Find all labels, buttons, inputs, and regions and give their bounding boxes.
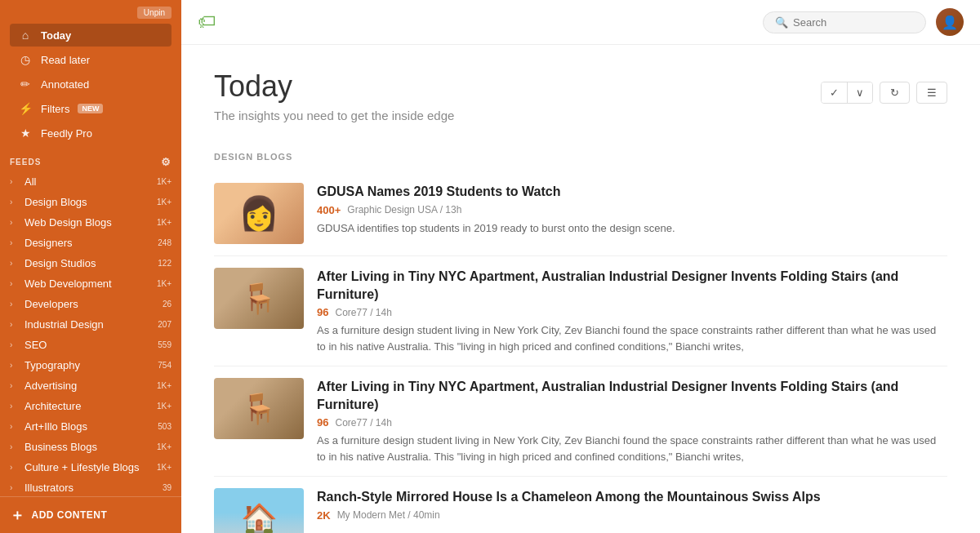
- article-source: Graphic Design USA / 13h: [347, 204, 461, 215]
- list-view-button[interactable]: ☰: [916, 82, 947, 104]
- check-button[interactable]: ✓: [822, 82, 848, 103]
- article-score: 96: [317, 306, 328, 318]
- chevron-icon: ›: [10, 361, 20, 370]
- chevron-icon: ›: [10, 238, 20, 247]
- sidebar-item-design-blogs[interactable]: › Design Blogs 1K+: [3, 192, 178, 212]
- gear-icon[interactable]: ⚙: [161, 156, 172, 168]
- feed-count: 1K+: [157, 381, 172, 390]
- sidebar-item-architecture[interactable]: › Architecture 1K+: [3, 396, 178, 416]
- chevron-icon: ›: [10, 259, 20, 268]
- sidebar-item-web-development[interactable]: › Web Development 1K+: [3, 273, 178, 294]
- article-item[interactable]: 🏠 Ranch-Style Mirrored House Is a Chamel…: [214, 477, 947, 533]
- feed-count: 26: [163, 300, 172, 309]
- article-source: Core77 / 14h: [335, 307, 391, 318]
- feed-count: 248: [158, 238, 172, 247]
- article-item[interactable]: 🪑 After Living in Tiny NYC Apartment, Au…: [214, 366, 947, 477]
- sidebar-item-business-blogs[interactable]: › Business Blogs 1K+: [3, 437, 178, 457]
- sidebar-item-advertising[interactable]: › Advertising 1K+: [3, 375, 178, 396]
- clock-icon: ◷: [18, 53, 33, 66]
- feed-name: Designers: [24, 237, 153, 249]
- chevron-button[interactable]: ∨: [848, 82, 872, 103]
- sidebar-item-feedly-pro-label: Feedly Pro: [41, 127, 92, 140]
- feed-name: Business Blogs: [24, 441, 152, 453]
- feed-count: 559: [158, 340, 172, 349]
- feed-count: 1K+: [157, 402, 172, 411]
- article-body: Ranch-Style Mirrored House Is a Chameleo…: [317, 488, 947, 526]
- feed-name: Culture + Lifestyle Blogs: [24, 461, 152, 473]
- feed-count: 1K+: [157, 279, 172, 288]
- pencil-icon: ✏: [18, 78, 33, 91]
- sidebar-item-all[interactable]: › All 1K+: [3, 171, 178, 192]
- filters-new-badge: NEW: [78, 104, 103, 113]
- feed-name: Design Studios: [24, 257, 153, 269]
- lightning-icon: ⚡: [18, 102, 33, 115]
- sidebar-item-annotated-label: Annotated: [41, 78, 89, 91]
- article-excerpt: GDUSA identifies top students in 2019 re…: [317, 220, 947, 237]
- chevron-icon: ›: [10, 300, 20, 309]
- feeds-header: FEEDS ⚙: [0, 149, 181, 171]
- main-content: 🏷 🔍 👤 Today The insights you need to get…: [181, 0, 980, 533]
- article-body: GDUSA Names 2019 Students to Watch 400+ …: [317, 183, 947, 236]
- chevron-icon: ›: [10, 442, 20, 451]
- sidebar-item-annotated[interactable]: ✏ Annotated: [10, 73, 172, 95]
- chevron-icon: ›: [10, 320, 20, 329]
- sidebar-item-industrial-design[interactable]: › Industrial Design 207: [3, 314, 178, 335]
- section-label: DESIGN BLOGS: [214, 145, 947, 162]
- article-item[interactable]: 🪑 After Living in Tiny NYC Apartment, Au…: [214, 256, 947, 366]
- sidebar-top: Unpin ⌂ Today ◷ Read later ✏ Annotated ⚡…: [0, 0, 181, 149]
- article-meta: 400+ Graphic Design USA / 13h: [317, 204, 947, 216]
- chevron-icon: ›: [10, 340, 20, 349]
- star-icon: ★: [18, 127, 33, 140]
- sidebar-item-typography[interactable]: › Typography 754: [3, 355, 178, 375]
- article-title: After Living in Tiny NYC Apartment, Aust…: [317, 378, 947, 413]
- article-title: Ranch-Style Mirrored House Is a Chameleo…: [317, 488, 947, 506]
- unpin-button[interactable]: Unpin: [137, 7, 172, 19]
- search-input[interactable]: [793, 16, 907, 29]
- search-icon: 🔍: [775, 16, 788, 29]
- avatar[interactable]: 👤: [936, 8, 964, 36]
- sidebar-item-read-later[interactable]: ◷ Read later: [10, 48, 172, 71]
- sidebar-item-web-design-blogs[interactable]: › Web Design Blogs 1K+: [3, 212, 178, 233]
- chevron-icon: ›: [10, 177, 20, 186]
- article-list: 👩 GDUSA Names 2019 Students to Watch 400…: [214, 171, 947, 533]
- sidebar-item-today-label: Today: [41, 29, 71, 42]
- sidebar-item-illustrators[interactable]: › Illustrators 39: [3, 477, 178, 496]
- article-score: 400+: [317, 204, 341, 216]
- feed-count: 207: [158, 320, 172, 329]
- search-box[interactable]: 🔍: [763, 11, 926, 33]
- feed-name: Architecture: [24, 400, 152, 412]
- sidebar-item-today[interactable]: ⌂ Today: [10, 24, 172, 47]
- feed-count: 1K+: [157, 218, 172, 227]
- feed-name: Advertising: [24, 380, 152, 392]
- sidebar-item-design-studios[interactable]: › Design Studios 122: [3, 253, 178, 273]
- sidebar: Unpin ⌂ Today ◷ Read later ✏ Annotated ⚡…: [0, 0, 181, 533]
- sidebar-item-read-later-label: Read later: [41, 54, 90, 66]
- article-excerpt: As a furniture design student living in …: [317, 433, 947, 464]
- sidebar-item-culture-lifestyle[interactable]: › Culture + Lifestyle Blogs 1K+: [3, 457, 178, 477]
- feed-count: 1K+: [157, 442, 172, 451]
- check-chevron-group: ✓ ∨: [821, 82, 873, 104]
- add-content-button[interactable]: ＋ ADD CONTENT: [10, 505, 172, 525]
- chevron-icon: ›: [10, 198, 20, 207]
- article-score: 96: [317, 416, 328, 429]
- feed-count: 122: [158, 259, 172, 268]
- article-body: After Living in Tiny NYC Apartment, Aust…: [317, 378, 947, 464]
- chevron-icon: ›: [10, 463, 20, 472]
- feed-count: 1K+: [157, 177, 172, 186]
- sidebar-item-designers[interactable]: › Designers 248: [3, 233, 178, 253]
- feed-name: Web Design Blogs: [24, 216, 152, 229]
- sidebar-item-filters[interactable]: ⚡ Filters NEW: [10, 97, 172, 120]
- chevron-icon: ›: [10, 483, 20, 492]
- top-bar: 🏷 🔍 👤: [181, 0, 980, 45]
- sidebar-item-artillo-blogs[interactable]: › Art+Illo Blogs 503: [3, 416, 178, 437]
- article-item[interactable]: 👩 GDUSA Names 2019 Students to Watch 400…: [214, 171, 947, 256]
- sidebar-item-seo[interactable]: › SEO 559: [3, 335, 178, 355]
- article-thumbnail: 🪑: [214, 268, 304, 329]
- page-header-row: Today The insights you need to get the i…: [214, 69, 947, 142]
- refresh-button[interactable]: ↻: [880, 82, 910, 104]
- article-thumbnail: 👩: [214, 183, 304, 244]
- plus-icon: ＋: [10, 505, 25, 525]
- sidebar-item-developers[interactable]: › Developers 26: [3, 294, 178, 314]
- sidebar-item-feedly-pro[interactable]: ★ Feedly Pro: [10, 122, 172, 144]
- chevron-icon: ›: [10, 218, 20, 227]
